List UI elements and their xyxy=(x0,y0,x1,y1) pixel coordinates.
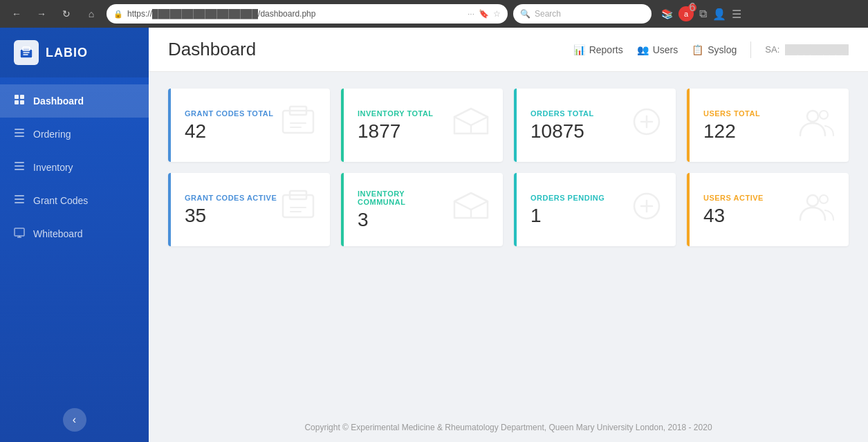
svg-point-32 xyxy=(820,111,828,119)
svg-rect-10 xyxy=(15,132,24,133)
sidebar-collapse: ‹ xyxy=(0,398,149,442)
search-icon: 🔍 xyxy=(520,9,530,19)
card-value: 43 xyxy=(703,206,764,225)
grant-codes-card-icon xyxy=(280,104,316,147)
card-inventory-total: INVENTORY TOTAL 1877 xyxy=(341,89,503,162)
card-label: GRANT CODES ACTIVE xyxy=(185,194,277,202)
layout-icon[interactable]: ⧉ xyxy=(699,8,707,20)
svg-rect-12 xyxy=(15,162,24,163)
profile-icon[interactable]: 👤 xyxy=(712,8,726,21)
card-grant-codes-active: GRANT CODES ACTIVE 35 xyxy=(168,173,330,246)
card-users-active: USERS ACTIVE 43 xyxy=(687,173,849,246)
card-value: 3 xyxy=(358,210,453,230)
sidebar-item-inventory[interactable]: Inventory xyxy=(0,151,149,184)
orders-pending-icon xyxy=(631,191,662,228)
sidebar-item-label: Grant Codes xyxy=(33,195,88,206)
syslog-action[interactable]: 📋 Syslog xyxy=(692,44,737,55)
card-value: 1877 xyxy=(358,122,434,141)
card-orders-total: ORDERS TOTAL 10875 xyxy=(514,89,676,162)
menu-icon[interactable]: ☰ xyxy=(732,8,741,21)
users-label: Users xyxy=(653,44,678,55)
avatar-icon[interactable]: a 6 xyxy=(678,6,694,21)
logo-text: LABIO xyxy=(46,46,88,60)
sidebar-item-dashboard[interactable]: Dashboard xyxy=(0,84,149,118)
cards-grid: GRANT CODES TOTAL 42 INVENT xyxy=(168,89,849,246)
card-label: GRANT CODES TOTAL xyxy=(185,109,273,118)
home-button[interactable]: ⌂ xyxy=(82,4,101,24)
svg-rect-6 xyxy=(20,95,24,99)
svg-rect-14 xyxy=(15,169,24,170)
card-value: 42 xyxy=(185,122,273,141)
reports-action[interactable]: 📊 Reports xyxy=(573,44,623,55)
card-content: GRANT CODES TOTAL 42 xyxy=(185,109,273,141)
back-button[interactable]: ← xyxy=(7,4,26,24)
page-title: Dashboard xyxy=(168,39,256,60)
reload-button[interactable]: ↻ xyxy=(57,4,76,24)
star-icon: ☆ xyxy=(493,9,501,19)
sidebar-item-grant-codes[interactable]: Grant Codes xyxy=(0,184,149,217)
cards-area: GRANT CODES TOTAL 42 INVENT xyxy=(149,72,868,413)
card-label: INVENTORY TOTAL xyxy=(358,109,434,118)
card-content: USERS TOTAL 122 xyxy=(703,109,760,141)
card-label: ORDERS PENDING xyxy=(530,194,604,202)
reports-label: Reports xyxy=(589,44,623,55)
svg-rect-5 xyxy=(15,95,19,99)
syslog-label: Syslog xyxy=(708,44,737,55)
card-label: INVENTORY COMMUNAL xyxy=(358,190,453,206)
browser-right-icons: 📚 a 6 ⧉ 👤 ☰ xyxy=(661,6,741,21)
dashboard-icon xyxy=(14,94,25,108)
card-content: USERS ACTIVE 43 xyxy=(703,194,764,225)
card-value: 35 xyxy=(185,206,277,225)
card-content: GRANT CODES ACTIVE 35 xyxy=(185,194,277,225)
forward-button[interactable]: → xyxy=(32,4,51,24)
users-icon: 👥 xyxy=(637,44,649,55)
svg-rect-17 xyxy=(15,202,24,203)
sidebar-item-label: Whiteboard xyxy=(33,228,83,239)
collapse-button[interactable]: ‹ xyxy=(63,408,86,432)
card-label: ORDERS TOTAL xyxy=(530,109,594,118)
ordering-icon xyxy=(14,127,25,141)
sidebar-item-ordering[interactable]: Ordering xyxy=(0,118,149,151)
sidebar-logo: LABIO xyxy=(0,28,149,77)
card-content: INVENTORY COMMUNAL 3 xyxy=(358,190,453,230)
whiteboard-icon xyxy=(14,227,25,241)
search-bar[interactable]: 🔍 Search xyxy=(513,4,652,24)
inventory-icon xyxy=(14,160,25,174)
svg-rect-7 xyxy=(15,100,19,104)
search-placeholder: Search xyxy=(535,9,561,19)
svg-rect-15 xyxy=(15,195,24,196)
users-active-icon xyxy=(799,191,835,228)
svg-rect-9 xyxy=(15,129,24,130)
card-grant-codes-total: GRANT CODES TOTAL 42 xyxy=(168,89,330,162)
card-label: USERS ACTIVE xyxy=(703,194,764,202)
svg-rect-16 xyxy=(15,199,24,200)
library-icon[interactable]: 📚 xyxy=(661,8,673,19)
main-content: Dashboard 📊 Reports 👥 Users 📋 Syslog SA: xyxy=(149,28,868,442)
users-action[interactable]: 👥 Users xyxy=(637,44,678,55)
svg-rect-13 xyxy=(15,165,24,167)
card-orders-pending: ORDERS PENDING 1 xyxy=(514,173,676,246)
svg-point-43 xyxy=(807,195,818,206)
svg-marker-26 xyxy=(454,109,488,125)
card-value: 122 xyxy=(703,122,760,141)
syslog-icon: 📋 xyxy=(692,44,703,55)
header-divider xyxy=(750,42,751,58)
browser-chrome: ← → ↻ ⌂ 🔒 https://██████████████████/das… xyxy=(0,0,868,28)
address-bar[interactable]: 🔒 https://██████████████████/dashboard.p… xyxy=(107,4,508,24)
header-user: SA: ██████████ xyxy=(765,44,849,55)
card-inventory-communal: INVENTORY COMMUNAL 3 xyxy=(341,173,503,246)
card-content: INVENTORY TOTAL 1877 xyxy=(358,109,434,141)
svg-rect-11 xyxy=(15,136,24,137)
header-actions: 📊 Reports 👥 Users 📋 Syslog SA: █████████… xyxy=(573,42,849,58)
card-label: USERS TOTAL xyxy=(703,109,760,118)
sidebar-item-whiteboard[interactable]: Whiteboard xyxy=(0,217,149,250)
card-users-total: USERS TOTAL 122 xyxy=(687,89,849,162)
top-header: Dashboard 📊 Reports 👥 Users 📋 Syslog SA: xyxy=(149,28,868,72)
card-value: 10875 xyxy=(530,122,594,141)
reports-icon: 📊 xyxy=(573,44,585,55)
sidebar: LABIO Dashboard Ordering Inventory xyxy=(0,28,149,442)
security-icon: 🔒 xyxy=(113,10,123,19)
card-content: ORDERS TOTAL 10875 xyxy=(530,109,594,141)
footer: Copyright © Experimental Medicine & Rheu… xyxy=(149,413,868,442)
logo-icon xyxy=(14,40,39,65)
